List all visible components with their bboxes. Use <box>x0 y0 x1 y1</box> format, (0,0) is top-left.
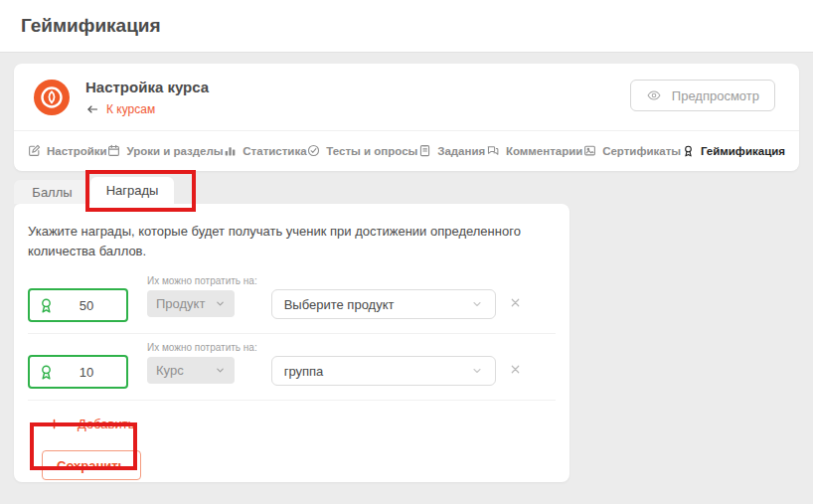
points-value: 50 <box>55 298 118 313</box>
top-bar: Геймификация <box>0 0 813 53</box>
preview-button-label: Предпросмотр <box>672 88 759 103</box>
course-title: Настройка курса <box>85 79 209 95</box>
calendar-icon <box>107 144 120 157</box>
page-title: Геймификация <box>21 15 161 37</box>
tab-points-label: Баллы <box>32 185 72 200</box>
chevron-down-icon <box>471 365 483 377</box>
certificate-icon <box>583 144 596 157</box>
nav-item-label: Задания <box>437 145 485 157</box>
spend-type-select[interactable]: Курс <box>147 357 235 384</box>
medal-icon <box>38 296 55 315</box>
nav-item-comments[interactable]: Комментарии <box>486 144 582 157</box>
close-icon[interactable] <box>509 363 522 376</box>
chevron-down-icon <box>471 298 483 310</box>
back-to-courses-link[interactable]: К курсам <box>85 102 209 116</box>
spend-type-group: Их можно потратить на: Курс <box>147 342 257 384</box>
course-card: Настройка курса К курсам Предпросмотр На… <box>14 64 799 171</box>
bar-chart-icon <box>224 144 237 157</box>
plus-icon <box>48 418 61 430</box>
target-select[interactable]: Выберите продукт <box>271 289 496 319</box>
points-value: 10 <box>55 365 118 380</box>
nav-item-settings[interactable]: Настройки <box>28 144 107 157</box>
reward-row: 50 Их можно потратить на: Продукт Выбери… <box>28 267 556 334</box>
nav-item-label: Статистика <box>243 145 306 157</box>
nav-item-label: Уроки и разделы <box>126 145 223 157</box>
nav-item-label: Тесты и опросы <box>326 145 417 157</box>
spend-type-select[interactable]: Продукт <box>147 290 235 317</box>
spend-label: Их можно потратить на: <box>147 342 257 353</box>
medal-icon <box>38 363 55 382</box>
nav-item-label: Комментарии <box>506 145 582 157</box>
add-reward-label: Добавить <box>78 417 134 431</box>
nav-item-statistics[interactable]: Статистика <box>224 144 306 157</box>
spend-label: Их можно потратить на: <box>147 275 257 286</box>
target-select-value: группа <box>284 364 324 379</box>
rewards-description: Укажите награды, которые будет получать … <box>14 204 571 267</box>
course-nav: Настройки Уроки и разделы Статистика Тес… <box>14 130 799 170</box>
spend-type-group: Их можно потратить на: Продукт <box>147 275 257 317</box>
course-header: Настройка курса К курсам Предпросмотр <box>14 64 799 130</box>
nav-item-lessons[interactable]: Уроки и разделы <box>107 144 223 157</box>
save-button[interactable]: Сохранить <box>42 450 141 480</box>
course-info: Настройка курса К курсам <box>85 79 209 116</box>
target-select-value: Выберите продукт <box>284 297 395 312</box>
rewards-panel: Укажите награды, которые будет получать … <box>14 204 569 482</box>
medal-icon <box>682 144 695 158</box>
check-circle-icon <box>307 144 320 157</box>
nav-item-gamification[interactable]: Геймификация <box>682 144 785 158</box>
clipboard-icon <box>418 144 431 157</box>
course-logo-icon <box>34 80 70 115</box>
nav-item-label: Настройки <box>47 145 107 157</box>
preview-button[interactable]: Предпросмотр <box>630 80 775 111</box>
tab-rewards-label: Награды <box>106 183 159 198</box>
chevron-down-icon <box>215 298 226 309</box>
reward-row: 10 Их можно потратить на: Курс группа <box>28 334 556 401</box>
tab-rewards[interactable]: Награды <box>90 177 174 204</box>
spend-type-value: Продукт <box>156 296 205 311</box>
nav-item-tests[interactable]: Тесты и опросы <box>307 144 417 157</box>
spend-type-value: Курс <box>156 363 184 378</box>
back-link-label: К курсам <box>106 102 155 116</box>
nav-item-label: Геймификация <box>701 145 785 157</box>
points-input[interactable]: 50 <box>28 288 128 322</box>
edit-icon <box>28 144 41 157</box>
chevron-down-icon <box>215 365 226 376</box>
nav-item-label: Сертификаты <box>602 145 681 157</box>
nav-item-certificates[interactable]: Сертификаты <box>583 144 681 157</box>
eye-icon <box>646 88 662 102</box>
close-icon[interactable] <box>509 296 522 309</box>
points-input[interactable]: 10 <box>28 355 128 389</box>
target-select[interactable]: группа <box>271 356 496 386</box>
nav-item-assignments[interactable]: Задания <box>418 144 485 157</box>
tab-points[interactable]: Баллы <box>14 180 90 204</box>
add-reward-button[interactable]: Добавить <box>48 417 569 431</box>
comments-icon <box>486 144 500 157</box>
arrow-left-icon <box>85 103 99 115</box>
